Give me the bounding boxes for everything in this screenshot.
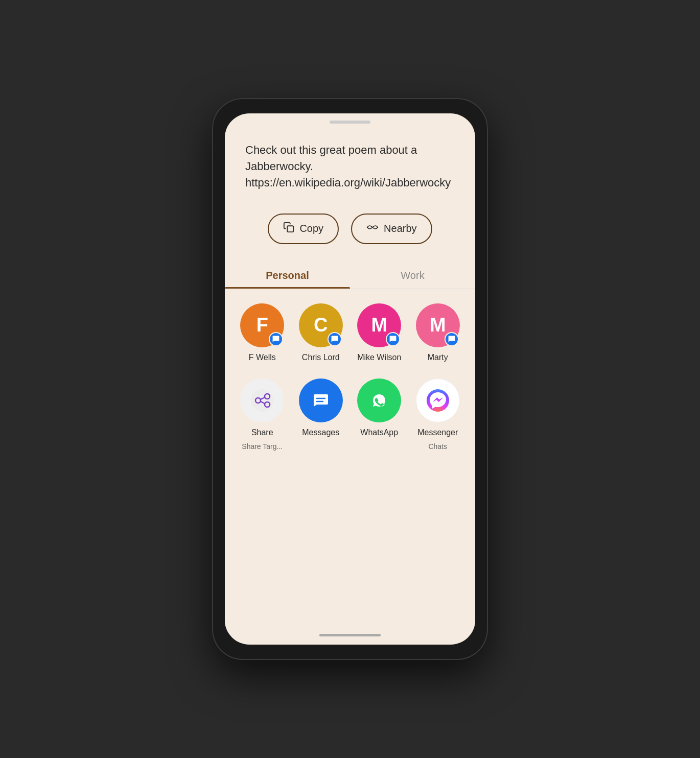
nearby-icon [366,222,379,236]
contact-chris-lord[interactable]: C Chris Lord [295,303,346,362]
tab-personal[interactable]: Personal [225,260,350,289]
tab-work[interactable]: Work [350,260,475,289]
contact-marty[interactable]: M Marty [412,303,463,362]
app-share-name: Share [251,428,273,437]
share-icon-circle [240,378,284,422]
contact-name-mike-wilson: Mike Wilson [357,352,401,362]
share-text: Check out this great poem about a Jabber… [245,142,455,191]
phone-screen: Check out this great poem about a Jabber… [225,113,475,645]
messages-icon-circle [299,378,343,422]
app-share-subname: Share Targ... [242,442,283,451]
svg-rect-0 [288,226,294,232]
share-text-area: Check out this great poem about a Jabber… [225,124,475,205]
app-messenger-subname: Chats [428,442,447,451]
bottom-bar [319,634,381,636]
app-messages[interactable]: Messages [295,378,346,451]
contacts-row: F F Wells [233,303,467,362]
contact-name-marty: Marty [428,352,448,362]
tabs-row: Personal Work [225,260,475,289]
copy-button[interactable]: Copy [268,214,339,244]
app-whatsapp-name: WhatsApp [360,428,398,437]
messages-badge-marty [445,332,459,346]
app-messages-name: Messages [302,428,339,437]
share-sheet: Check out this great poem about a Jabber… [225,124,475,634]
messages-badge-chris-lord [328,332,342,346]
contact-name-chris-lord: Chris Lord [302,352,340,362]
contact-f-wells[interactable]: F F Wells [237,303,288,362]
contact-mike-wilson[interactable]: M Mike Wilson [354,303,405,362]
svg-point-1 [251,389,273,412]
contact-name-f-wells: F Wells [249,352,276,362]
app-whatsapp[interactable]: WhatsApp [354,378,405,451]
messenger-icon-circle [416,378,460,422]
phone-frame: Check out this great poem about a Jabber… [212,98,488,660]
contacts-grid: F F Wells [225,289,475,634]
apps-row: Share Share Targ... [233,378,467,451]
app-messenger[interactable]: Messenger Chats [412,378,463,451]
nearby-button[interactable]: Nearby [351,214,432,244]
app-messenger-name: Messenger [417,428,458,437]
app-share[interactable]: Share Share Targ... [237,378,288,451]
whatsapp-icon-circle [357,378,401,422]
action-buttons-row: Copy Nearby [225,205,475,260]
copy-icon [283,222,294,236]
messages-badge-mike-wilson [386,332,400,346]
messages-badge-f-wells [269,332,283,346]
